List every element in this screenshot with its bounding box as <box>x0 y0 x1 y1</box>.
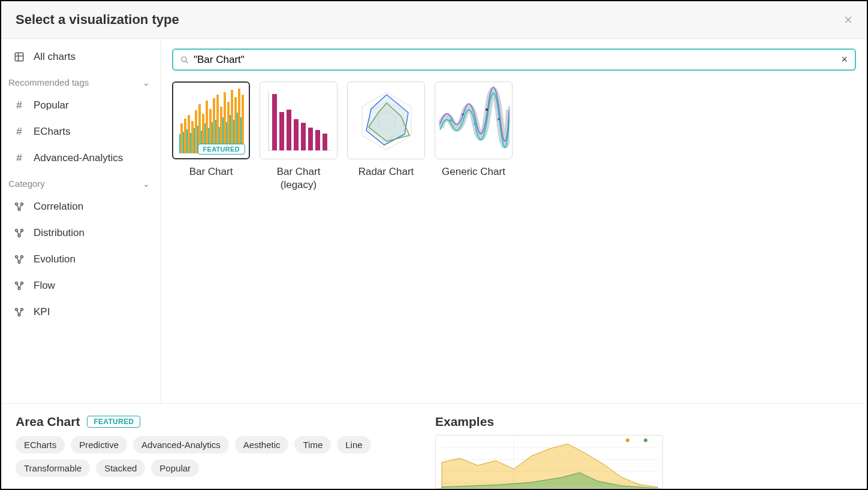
search-input[interactable] <box>194 54 836 66</box>
svg-rect-39 <box>184 119 186 153</box>
sidebar-item-evolution[interactable]: Evolution <box>1 246 161 273</box>
chevron-down-icon: ⌄ <box>143 179 150 189</box>
svg-rect-38 <box>180 123 183 153</box>
sidebar-item-echarts[interactable]: # ECharts <box>1 119 161 145</box>
svg-rect-60 <box>287 110 291 150</box>
sidebar-item-label: Distribution <box>34 227 85 239</box>
tag-line[interactable]: Line <box>337 436 370 453</box>
card-bar-chart[interactable]: FEATURED Bar Chart <box>172 81 250 192</box>
card-label: Generic Chart <box>435 165 513 179</box>
category-icon <box>13 254 25 265</box>
card-thumb <box>260 81 337 159</box>
svg-point-74 <box>486 108 488 111</box>
sidebar: All charts Recommended tags ⌄ # Popular … <box>1 39 161 403</box>
svg-point-82 <box>644 438 647 442</box>
svg-rect-0 <box>15 53 23 61</box>
svg-rect-58 <box>272 94 277 150</box>
sidebar-item-flow[interactable]: Flow <box>1 273 161 299</box>
svg-point-72 <box>462 113 464 116</box>
sidebar-item-label: Correlation <box>34 201 83 213</box>
card-thumb: FEATURED <box>172 81 250 159</box>
svg-rect-65 <box>323 134 327 150</box>
category-icon <box>13 201 25 212</box>
category-icon <box>13 280 25 291</box>
sidebar-item-all-charts[interactable]: All charts <box>1 44 161 70</box>
sidebar-section-label: Category <box>8 179 45 189</box>
hash-icon: # <box>13 152 25 164</box>
card-radar-chart[interactable]: Radar Chart <box>347 81 425 192</box>
modal-header: Select a visualization type × <box>1 1 867 39</box>
sidebar-item-label: KPI <box>34 306 50 318</box>
chevron-down-icon: ⌄ <box>143 78 150 87</box>
tag-advanced-analytics[interactable]: Advanced-Analytics <box>133 436 229 453</box>
hash-icon: # <box>13 99 25 111</box>
card-label: Radar Chart <box>347 165 425 179</box>
card-bar-chart-legacy[interactable]: Bar Chart (legacy) <box>260 81 337 192</box>
featured-badge: FEATURED <box>198 144 245 155</box>
tag-aesthetic[interactable]: Aesthetic <box>235 436 289 453</box>
chart-cards: FEATURED Bar Chart <box>172 71 856 192</box>
tag-echarts[interactable]: ECharts <box>16 436 65 453</box>
card-label: Bar Chart (legacy) <box>260 165 337 192</box>
tag-time[interactable]: Time <box>294 436 331 453</box>
sidebar-item-label: Flow <box>34 280 55 292</box>
grid-icon <box>13 52 25 62</box>
details-panel: Area Chart FEATURED ECharts Predictive A… <box>1 403 867 489</box>
examples-title: Examples <box>435 415 852 429</box>
sidebar-section-category[interactable]: Category ⌄ <box>1 171 161 193</box>
svg-point-81 <box>626 438 629 442</box>
card-generic-chart[interactable]: Generic Chart <box>435 81 513 192</box>
sidebar-item-label: Evolution <box>34 253 76 265</box>
sidebar-item-popular[interactable]: # Popular <box>1 92 161 119</box>
example-thumbnail[interactable] <box>435 435 663 489</box>
main-panel: × <box>161 39 867 403</box>
svg-rect-63 <box>308 128 313 150</box>
tag-popular[interactable]: Popular <box>151 459 199 477</box>
sidebar-item-label: ECharts <box>34 126 70 138</box>
card-thumb <box>347 81 425 159</box>
close-icon[interactable]: × <box>844 13 852 27</box>
clear-icon[interactable]: × <box>841 53 848 66</box>
card-label: Bar Chart <box>172 165 250 179</box>
tag-stacked[interactable]: Stacked <box>96 459 145 477</box>
tag-list: ECharts Predictive Advanced-Analytics Ae… <box>16 436 411 477</box>
card-thumb <box>435 81 513 159</box>
sidebar-item-label: Popular <box>34 99 69 111</box>
featured-badge: FEATURED <box>87 416 140 428</box>
svg-point-73 <box>474 123 476 125</box>
sidebar-section-recommended[interactable]: Recommended tags ⌄ <box>1 70 161 92</box>
category-icon <box>13 307 25 317</box>
sidebar-item-advanced-analytics[interactable]: # Advanced-Analytics <box>1 145 161 171</box>
svg-point-71 <box>450 119 452 122</box>
svg-point-18 <box>182 56 186 61</box>
tag-transformable[interactable]: Transformable <box>16 459 90 477</box>
svg-rect-64 <box>315 130 320 150</box>
sidebar-item-correlation[interactable]: Correlation <box>1 193 161 220</box>
search-field-wrap[interactable]: × <box>172 49 856 71</box>
svg-rect-59 <box>279 112 284 150</box>
svg-rect-61 <box>294 119 299 150</box>
svg-point-75 <box>498 118 500 120</box>
details-title: Area Chart <box>16 415 80 429</box>
sidebar-section-label: Recommended tags <box>8 77 89 87</box>
svg-rect-40 <box>188 115 190 153</box>
category-icon <box>13 228 25 238</box>
modal-title: Select a visualization type <box>16 12 179 28</box>
sidebar-item-label: All charts <box>34 51 76 63</box>
svg-rect-42 <box>195 110 197 153</box>
svg-line-19 <box>186 61 188 63</box>
sidebar-item-kpi[interactable]: KPI <box>1 299 161 325</box>
svg-rect-62 <box>301 123 306 150</box>
search-icon <box>180 56 189 64</box>
tag-predictive[interactable]: Predictive <box>71 436 127 453</box>
sidebar-item-label: Advanced-Analytics <box>34 152 123 164</box>
hash-icon: # <box>13 126 25 138</box>
svg-rect-41 <box>191 121 194 153</box>
sidebar-item-distribution[interactable]: Distribution <box>1 220 161 246</box>
